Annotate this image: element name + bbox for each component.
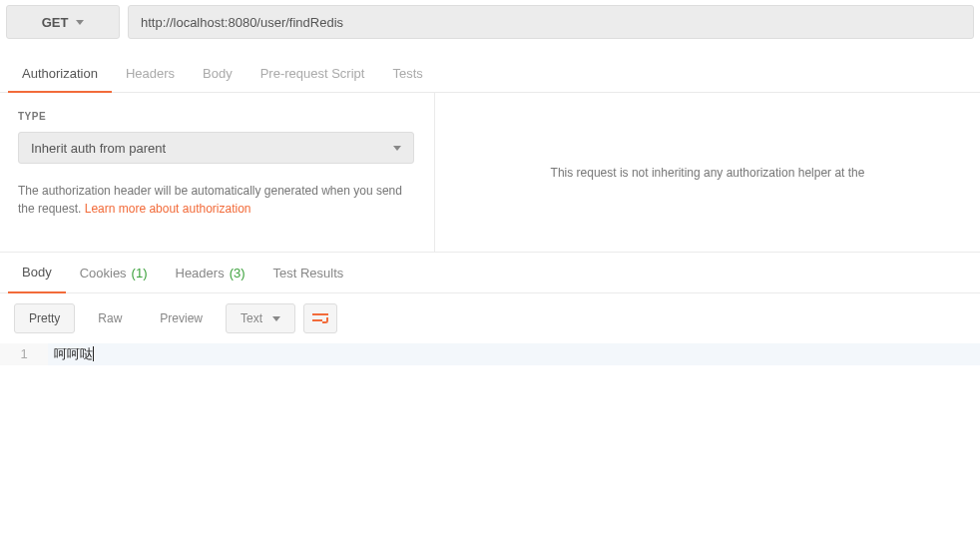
resp-tab-test-results[interactable]: Test Results	[259, 253, 358, 292]
chevron-down-icon	[272, 316, 280, 321]
request-tabs: Authorization Headers Body Pre-request S…	[0, 56, 980, 93]
auth-type-label: TYPE	[18, 111, 416, 122]
response-editor[interactable]: 1 呵呵哒	[0, 343, 980, 365]
resp-tab-cookies-label: Cookies	[80, 266, 127, 280]
http-method-label: GET	[42, 15, 69, 30]
format-select[interactable]: Text	[226, 303, 295, 333]
view-raw-button[interactable]: Raw	[83, 303, 137, 333]
tab-tests[interactable]: Tests	[378, 56, 436, 92]
chevron-down-icon	[393, 146, 401, 151]
tab-headers[interactable]: Headers	[112, 56, 189, 92]
tab-body[interactable]: Body	[189, 56, 246, 92]
http-method-select[interactable]: GET	[6, 5, 120, 39]
wrap-icon	[312, 311, 328, 325]
cookies-count: (1)	[132, 266, 148, 280]
line-number: 1	[0, 343, 48, 365]
resp-tab-headers[interactable]: Headers (3)	[162, 253, 259, 292]
tab-prerequest[interactable]: Pre-request Script	[246, 56, 379, 92]
resp-tab-headers-label: Headers	[176, 266, 225, 280]
format-label: Text	[241, 311, 262, 325]
resp-tab-cookies[interactable]: Cookies (1)	[66, 253, 162, 292]
response-tabs: Body Cookies (1) Headers (3) Test Result…	[0, 253, 980, 293]
auth-right-message: This request is not inheriting any autho…	[435, 93, 980, 252]
response-body-line: 呵呵哒	[48, 343, 980, 365]
view-preview-button[interactable]: Preview	[145, 303, 218, 333]
resp-tab-body[interactable]: Body	[8, 253, 66, 293]
wrap-lines-button[interactable]	[303, 303, 337, 333]
text-caret	[93, 346, 94, 361]
auth-learn-more-link[interactable]: Learn more about authorization	[85, 202, 251, 216]
view-pretty-button[interactable]: Pretty	[14, 303, 75, 333]
auth-type-select[interactable]: Inherit auth from parent	[18, 132, 414, 164]
tab-authorization[interactable]: Authorization	[8, 56, 112, 93]
response-content: 呵呵哒	[54, 346, 93, 361]
url-input[interactable]	[128, 5, 974, 39]
headers-count: (3)	[230, 266, 245, 280]
chevron-down-icon	[76, 20, 84, 25]
auth-helper-text: The authorization header will be automat…	[18, 182, 416, 218]
auth-type-value: Inherit auth from parent	[31, 141, 166, 156]
